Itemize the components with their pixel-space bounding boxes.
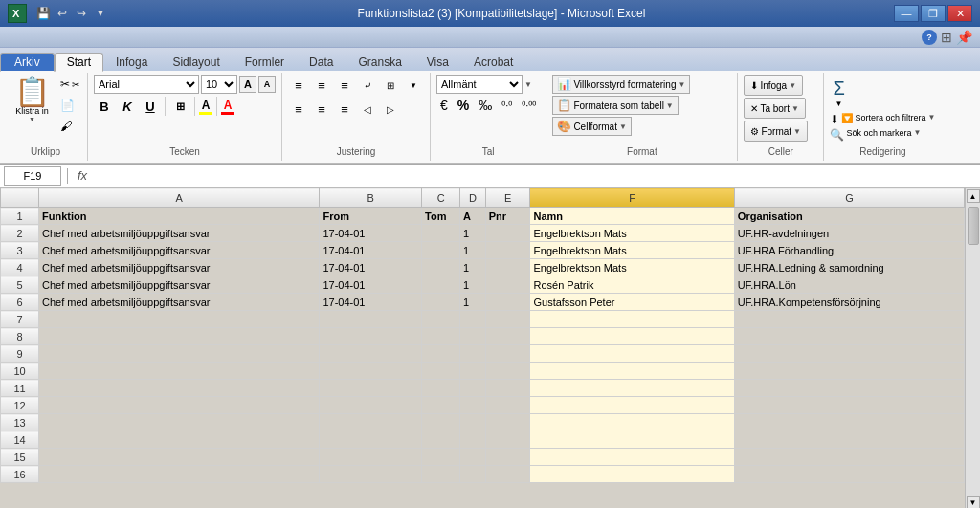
tab-formler[interactable]: Formler xyxy=(233,53,297,72)
wrap-text-button[interactable]: ⤶ xyxy=(357,75,378,96)
col-header-g[interactable]: G xyxy=(734,188,964,208)
cell-f6[interactable]: Gustafsson Peter xyxy=(530,294,734,311)
scroll-up-arrow[interactable]: ▲ xyxy=(967,189,980,203)
cell-b4[interactable]: 17-04-01 xyxy=(320,259,422,276)
font-family-select[interactable]: Arial xyxy=(94,75,199,94)
align-left-button[interactable]: ≡ xyxy=(288,99,309,120)
merge-dropdown[interactable]: ▼ xyxy=(403,75,424,96)
cell-c4[interactable] xyxy=(422,259,460,276)
cell-a2[interactable]: Chef med arbetsmiljöuppgiftsansvar xyxy=(39,225,320,242)
scroll-thumb[interactable] xyxy=(968,207,979,245)
sum-button[interactable]: Σ ▼ xyxy=(830,75,847,111)
cell-styles-button[interactable]: 🎨 Cellformat ▼ xyxy=(552,117,632,136)
increase-font-button[interactable]: A xyxy=(239,76,256,93)
cell-d6[interactable]: 1 xyxy=(460,294,486,311)
cell-f2[interactable]: Engelbrektson Mats xyxy=(530,225,734,242)
undo-quick-btn[interactable]: ↩ xyxy=(54,5,71,22)
col-header-e[interactable]: E xyxy=(485,188,530,208)
minimize-button[interactable]: — xyxy=(894,5,919,22)
cell-g6[interactable]: UF.HRA.Kompetensförsörjning xyxy=(734,294,964,311)
italic-button[interactable]: K xyxy=(117,96,138,117)
cell-e1[interactable]: Pnr xyxy=(485,208,530,225)
percent-button[interactable]: % xyxy=(454,96,473,115)
tab-data[interactable]: Data xyxy=(297,53,345,72)
cell-a5[interactable]: Chef med arbetsmiljöuppgiftsansvar xyxy=(39,276,320,294)
cell-b6[interactable]: 17-04-01 xyxy=(320,294,422,311)
cell-f5[interactable]: Rosén Patrik xyxy=(530,276,734,294)
find-select-button[interactable]: 🔍 Sök och markera ▼ xyxy=(830,128,921,142)
cell-c3[interactable] xyxy=(422,242,460,259)
redo-quick-btn[interactable]: ↪ xyxy=(73,5,90,22)
cell-a3[interactable]: Chef med arbetsmiljöuppgiftsansvar xyxy=(39,242,320,259)
paste-button[interactable]: 📋 Klistra in ▼ xyxy=(10,75,55,125)
tab-infoga[interactable]: Infoga xyxy=(103,53,160,72)
tab-visa[interactable]: Visa xyxy=(414,53,461,72)
vertical-scrollbar[interactable]: ▲ ▼ xyxy=(965,188,980,508)
align-right-button[interactable]: ≡ xyxy=(334,99,355,120)
cell-d1[interactable]: A xyxy=(460,208,486,225)
cell-c2[interactable] xyxy=(422,225,460,242)
paste-dropdown[interactable]: ▼ xyxy=(29,116,35,122)
col-header-a[interactable]: A xyxy=(39,188,320,208)
decrease-font-button[interactable]: A xyxy=(258,76,276,93)
cell-c1[interactable]: Tom xyxy=(422,208,460,225)
cell-reference-input[interactable] xyxy=(4,166,61,186)
tab-granska[interactable]: Granska xyxy=(345,53,413,72)
col-header-d[interactable]: D xyxy=(460,188,486,208)
font-size-select[interactable]: 10 xyxy=(201,75,237,94)
cell-g1[interactable]: Organisation xyxy=(734,208,964,225)
conditional-formatting-button[interactable]: 📊 Villkorsstyrd formatering ▼ xyxy=(552,75,690,94)
cell-c6[interactable] xyxy=(422,294,460,311)
cell-a1[interactable]: Funktion xyxy=(39,208,320,225)
format-as-table-button[interactable]: 📋 Formatera som tabell ▼ xyxy=(552,96,678,115)
cell-f3[interactable]: Engelbrektson Mats xyxy=(530,242,734,259)
cell-b5[interactable]: 17-04-01 xyxy=(320,276,422,294)
cell-b1[interactable]: From xyxy=(320,208,422,225)
scroll-down-arrow[interactable]: ▼ xyxy=(967,496,980,508)
help-icon[interactable]: ? xyxy=(922,30,937,45)
merge-button[interactable]: ⊞ xyxy=(380,75,401,96)
cell-g5[interactable]: UF.HRA.Lön xyxy=(734,276,964,294)
cell-g3[interactable]: UF.HRA Förhandling xyxy=(734,242,964,259)
fill-color-button[interactable]: A xyxy=(199,99,212,115)
number-format-select[interactable]: Allmänt xyxy=(436,75,523,94)
close-button[interactable]: ✕ xyxy=(947,5,972,22)
cell-e3[interactable] xyxy=(485,242,530,259)
increase-decimal-button[interactable]: ⁰·⁰⁰ xyxy=(518,98,540,114)
qa-dropdown[interactable]: ▼ xyxy=(92,5,109,22)
ribbon-collapse-icon[interactable]: ⊞ xyxy=(941,30,952,45)
cell-f1[interactable]: Namn xyxy=(530,208,734,225)
cell-d5[interactable]: 1 xyxy=(460,276,486,294)
restore-button[interactable]: ❐ xyxy=(921,5,946,22)
cell-b3[interactable]: 17-04-01 xyxy=(320,242,422,259)
delete-button[interactable]: ✕ Ta bort ▼ xyxy=(744,98,806,119)
cell-g4[interactable]: UF.HRA.Ledning & samordning xyxy=(734,259,964,276)
cell-d3[interactable]: 1 xyxy=(460,242,486,259)
tab-arkiv[interactable]: Arkiv xyxy=(0,53,55,72)
cell-b2[interactable]: 17-04-01 xyxy=(320,225,422,242)
font-color-button[interactable]: A xyxy=(221,99,234,115)
decrease-decimal-button[interactable]: ⁰·⁰ xyxy=(498,98,516,114)
format-painter-button[interactable]: 🖌 xyxy=(58,117,81,136)
cell-e2[interactable] xyxy=(485,225,530,242)
cut-button[interactable]: ✂ ✂ xyxy=(58,75,81,94)
cell-g2[interactable]: UF.HR-avdelningen xyxy=(734,225,964,242)
comma-button[interactable]: ‰ xyxy=(475,96,496,115)
cell-e6[interactable] xyxy=(485,294,530,311)
col-header-c[interactable]: C xyxy=(422,188,460,208)
cell-c5[interactable] xyxy=(422,276,460,294)
save-quick-btn[interactable]: 💾 xyxy=(34,5,52,22)
cell-a4[interactable]: Chef med arbetsmiljöuppgiftsansvar xyxy=(39,259,320,276)
underline-button[interactable]: U xyxy=(140,96,161,117)
currency-button[interactable]: € xyxy=(436,96,452,115)
col-header-b[interactable]: B xyxy=(320,188,422,208)
cell-d4[interactable]: 1 xyxy=(460,259,486,276)
number-format-dropdown[interactable]: ▼ xyxy=(524,80,532,89)
cell-f4[interactable]: Engelbrektson Mats xyxy=(530,259,734,276)
align-top-center-button[interactable]: ≡ xyxy=(311,75,332,96)
border-button[interactable]: ⊞ xyxy=(169,96,190,117)
col-header-f[interactable]: F xyxy=(530,188,734,208)
cell-e4[interactable] xyxy=(485,259,530,276)
cell-d2[interactable]: 1 xyxy=(460,225,486,242)
decrease-indent-button[interactable]: ◁ xyxy=(357,99,378,120)
